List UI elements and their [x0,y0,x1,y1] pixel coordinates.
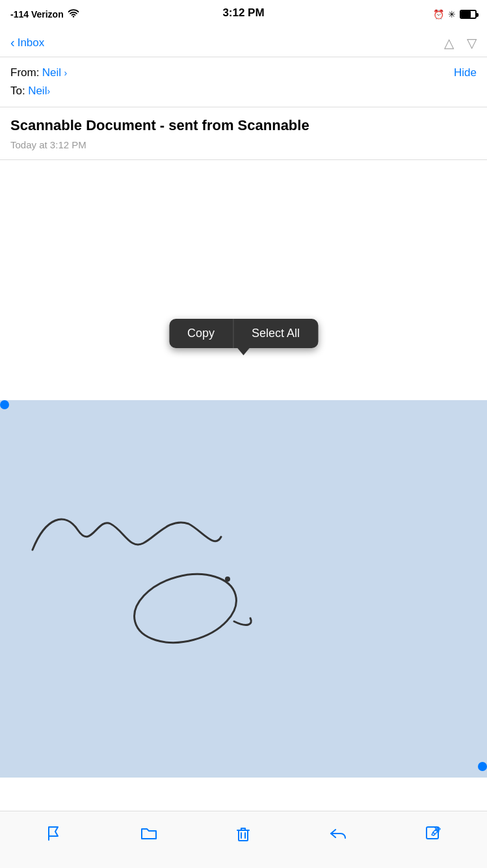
context-menu: Copy Select All [169,319,318,355]
from-field: From: Neil › [10,66,67,79]
battery-icon [460,10,477,19]
carrier-text: -114 Verizon [10,9,64,20]
wifi-icon [68,9,79,20]
header-divider [0,107,487,107]
folder-icon [140,824,158,843]
select-all-button[interactable]: Select All [233,319,318,348]
hide-button[interactable]: Hide [454,66,477,79]
reply-button[interactable] [322,817,354,850]
svg-point-1 [225,576,230,582]
to-label: To: [10,85,25,98]
copy-button[interactable]: Copy [169,319,233,348]
selection-handle-right[interactable] [478,762,487,771]
delete-button[interactable] [227,817,259,850]
signature-image [13,465,273,660]
from-row: From: Neil › Hide [10,66,477,79]
back-button[interactable]: ‹ Inbox [10,35,44,50]
trash-icon [234,824,252,843]
document-area [0,400,487,778]
compose-icon [424,824,442,843]
bottom-toolbar [0,811,487,868]
status-bar: -114 Verizon 3:12 PM ⏰ ✳ [0,0,487,29]
email-header: From: Neil › Hide To: Neil › [0,57,487,98]
status-right: ⏰ ✳ [433,9,477,20]
prev-email-button[interactable]: △ [444,35,454,51]
email-subject-area: Scannable Document - sent from Scannable… [0,116,487,150]
compose-button[interactable] [417,817,449,850]
context-menu-arrow [237,347,250,355]
subject-divider [0,159,487,160]
clock-icon: ⏰ [433,9,444,20]
next-email-button[interactable]: ▽ [467,35,477,51]
selection-handle-left[interactable] [0,400,9,409]
nav-arrows: △ ▽ [444,35,477,51]
to-chevron-icon: › [47,86,50,96]
flag-button[interactable] [38,817,70,850]
email-date: Today at 3:12 PM [10,139,477,150]
back-label: Inbox [18,36,45,49]
bluetooth-icon: ✳ [448,9,456,20]
status-time: 3:12 PM [222,7,264,20]
status-left: -114 Verizon [10,9,79,20]
from-name[interactable]: Neil [42,66,61,79]
back-chevron-icon: ‹ [10,35,15,50]
svg-rect-2 [239,830,248,841]
flag-icon [45,824,63,843]
to-row: To: Neil › [10,85,477,98]
from-chevron-icon: › [64,68,68,78]
context-menu-popup: Copy Select All [169,319,318,348]
from-label: From: [10,66,39,79]
to-name[interactable]: Neil [28,85,47,98]
email-subject: Scannable Document - sent from Scannable [10,116,477,135]
reply-icon [329,824,347,843]
move-to-folder-button[interactable] [133,817,165,850]
nav-bar: ‹ Inbox △ ▽ [0,29,487,57]
